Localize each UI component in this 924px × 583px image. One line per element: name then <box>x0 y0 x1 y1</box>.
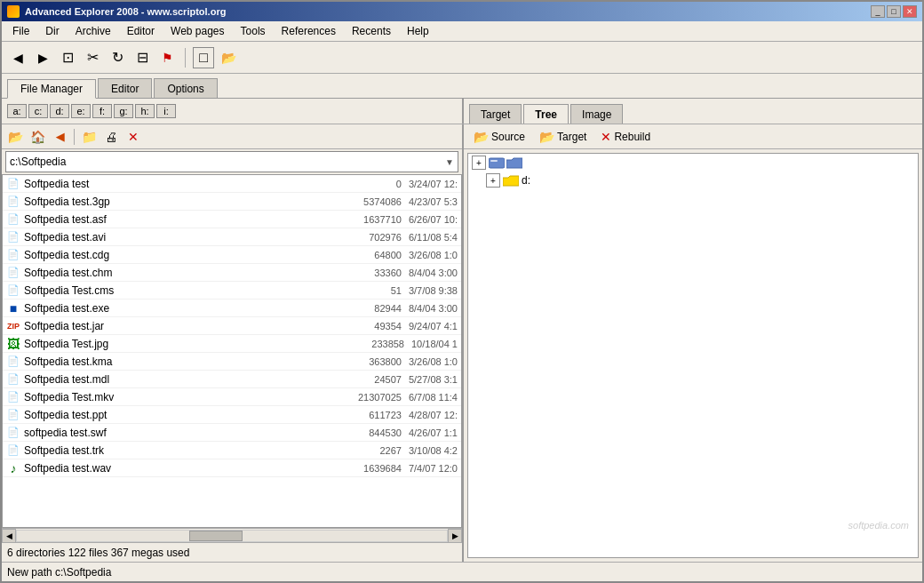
file-row[interactable]: ZIP Softpedia test.jar 49354 9/24/07 4:1 <box>3 317 461 335</box>
drive-g[interactable]: g: <box>114 104 133 118</box>
file-icon: ■ <box>6 301 20 315</box>
menu-file[interactable]: File <box>5 23 36 39</box>
back-nav-button[interactable]: ◀ <box>50 127 69 147</box>
file-icon: 🖼 <box>6 337 20 351</box>
drive-f[interactable]: f: <box>92 104 112 118</box>
source-button[interactable]: 📂 Source <box>469 127 530 147</box>
drive-d[interactable]: d: <box>50 104 69 118</box>
flag-button[interactable]: ⚑ <box>156 47 178 68</box>
menu-editor[interactable]: Editor <box>120 23 162 39</box>
file-row[interactable]: 🖼 Softpedia Test.jpg 233858 10/18/04 1 <box>3 335 461 353</box>
file-row[interactable]: 📄 Softpedia test.kma 363800 3/26/08 1:0 <box>3 353 461 371</box>
tree-area[interactable]: + + <box>467 153 919 558</box>
file-icon: 📄 <box>6 212 20 227</box>
file-icon: 📄 <box>6 266 20 280</box>
tree-d-expand-button[interactable]: + <box>486 173 500 188</box>
open-folder-nav-button[interactable]: 📂 <box>5 127 25 147</box>
right-tab-target[interactable]: Target <box>469 104 522 124</box>
drive-c[interactable]: c: <box>28 104 48 118</box>
file-date: 6/26/07 10: <box>409 214 458 225</box>
menu-references[interactable]: References <box>275 23 343 39</box>
menu-archive[interactable]: Archive <box>68 23 118 39</box>
main-window: Advanced Explorer 2008 - www.scriptol.or… <box>0 0 924 583</box>
menu-webpages[interactable]: Web pages <box>163 23 232 39</box>
file-row[interactable]: 📄 Softpedia Test.cms 51 3/7/08 9:38 <box>3 282 461 299</box>
file-row[interactable]: ♪ Softpedia test.wav 1639684 7/4/07 12:0 <box>3 459 461 477</box>
menu-dir[interactable]: Dir <box>38 23 66 39</box>
close-button[interactable]: ✕ <box>903 5 917 18</box>
file-size: 702976 <box>338 232 409 243</box>
rebuild-button[interactable]: ✕ Rebuild <box>596 127 655 147</box>
file-date: 3/26/08 1:0 <box>409 356 458 367</box>
file-date: 8/4/04 3:00 <box>409 303 458 314</box>
home-button[interactable]: 🏠 <box>28 127 47 147</box>
toolbar-separator <box>185 48 186 68</box>
file-row[interactable]: 📄 Softpedia test.cdg 64800 3/26/08 1:0 <box>3 246 461 264</box>
h-scroll-track[interactable] <box>16 530 448 542</box>
file-size: 21307025 <box>338 392 409 403</box>
file-row[interactable]: 📄 softpedia test.swf 844530 4/26/07 1:1 <box>3 424 461 442</box>
file-name: Softpedia test.asf <box>24 213 338 226</box>
tab-options[interactable]: Options <box>154 78 217 98</box>
new-file-button[interactable]: □ <box>193 47 214 68</box>
drive-a[interactable]: a: <box>7 104 27 118</box>
file-row[interactable]: 📄 Softpedia test.3gp 5374086 4/23/07 5:3 <box>3 193 461 211</box>
refresh-button[interactable]: ↻ <box>107 47 128 68</box>
file-row[interactable]: 📄 Softpedia test.chm 33360 8/4/04 3:00 <box>3 264 461 282</box>
folder-icon <box>506 156 522 169</box>
new-folder-button[interactable]: 📁 <box>79 127 99 147</box>
file-row[interactable]: 📄 Softpedia test.ppt 611723 4/28/07 12: <box>3 406 461 424</box>
file-row[interactable]: 📄 Softpedia test.trk 2267 3/10/08 4:2 <box>3 442 461 459</box>
right-tab-image[interactable]: Image <box>570 104 623 124</box>
target-button[interactable]: 📂 Target <box>535 127 591 147</box>
cut-button[interactable]: ✂ <box>82 47 103 68</box>
file-size: 233858 <box>340 339 411 349</box>
paste-button[interactable]: ⊟ <box>131 47 153 68</box>
drive-i[interactable]: i: <box>156 104 176 118</box>
print-button[interactable]: 🖨 <box>101 127 121 147</box>
file-row[interactable]: 📄 Softpedia Test.mkv 21307025 6/7/08 11:… <box>3 388 461 406</box>
minimize-button[interactable]: _ <box>871 5 885 18</box>
tree-d-item[interactable]: + d: <box>468 172 918 189</box>
tab-editor[interactable]: Editor <box>98 78 152 98</box>
delete-button[interactable]: ✕ <box>123 127 143 147</box>
source-folder-icon: 📂 <box>474 130 489 144</box>
drive-e[interactable]: e: <box>71 104 91 118</box>
bottom-status-bar: New path c:\Softpedia <box>2 562 922 581</box>
menu-help[interactable]: Help <box>400 23 436 39</box>
file-size: 611723 <box>338 410 409 420</box>
file-size: 0 <box>338 179 409 189</box>
h-scroll-thumb[interactable] <box>189 531 243 541</box>
open-folder-button[interactable]: 📂 <box>218 47 239 68</box>
drive-h[interactable]: h: <box>135 104 155 118</box>
copy-button[interactable]: ⊡ <box>57 47 78 68</box>
tree-expand-button[interactable]: + <box>472 156 486 170</box>
file-icon: 📄 <box>6 248 20 262</box>
right-tab-tree[interactable]: Tree <box>523 104 569 124</box>
h-scrollbar[interactable]: ◀ ▶ <box>2 528 462 542</box>
file-list[interactable]: 📄 Softpedia test 0 3/24/07 12: 📄 Softped… <box>2 174 462 528</box>
tree-root-item[interactable]: + <box>468 154 918 172</box>
maximize-button[interactable]: □ <box>887 5 901 18</box>
file-date: 4/23/07 5:3 <box>409 196 458 207</box>
file-date: 6/7/08 11:4 <box>409 392 458 403</box>
menu-tools[interactable]: Tools <box>234 23 273 39</box>
scroll-right-button[interactable]: ▶ <box>448 529 462 543</box>
menu-recents[interactable]: Recents <box>345 23 398 39</box>
file-row[interactable]: 📄 Softpedia test.mdl 24507 5/27/08 3:1 <box>3 371 461 388</box>
tab-file-manager[interactable]: File Manager <box>7 79 96 99</box>
rebuild-label: Rebuild <box>614 131 650 143</box>
scroll-left-button[interactable]: ◀ <box>2 529 16 543</box>
file-row[interactable]: 📄 Softpedia test.asf 1637710 6/26/07 10: <box>3 211 461 228</box>
file-size: 363800 <box>338 356 409 367</box>
file-row[interactable]: ■ Softpedia test.exe 82944 8/4/04 3:00 <box>3 299 461 317</box>
back-button[interactable]: ◀ <box>7 47 28 68</box>
file-name: Softpedia test.mdl <box>24 373 338 386</box>
file-row[interactable]: 📄 Softpedia test 0 3/24/07 12: <box>3 175 461 193</box>
file-row[interactable]: 📄 Softpedia test.avi 702976 6/11/08 5:4 <box>3 228 461 246</box>
title-bar-controls[interactable]: _ □ ✕ <box>871 5 917 18</box>
forward-button[interactable]: ▶ <box>32 47 53 68</box>
path-dropdown-arrow[interactable]: ▼ <box>445 157 454 167</box>
file-date: 9/24/07 4:1 <box>409 321 458 331</box>
file-name: Softpedia Test.jpg <box>24 338 340 350</box>
